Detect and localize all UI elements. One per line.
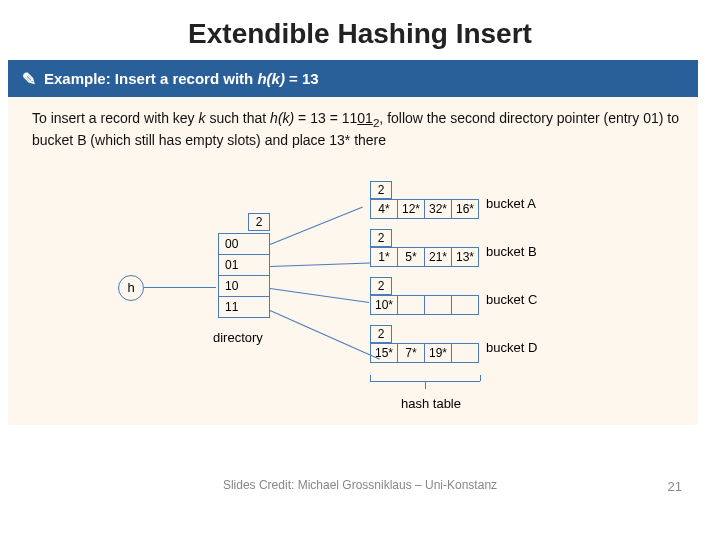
hash-table-label: hash table (401, 395, 461, 413)
bucket-c-label: bucket C (486, 293, 546, 307)
dir-entry-10: 10 (218, 275, 270, 297)
slide-credit: Slides Credit: Michael Grossniklaus – Un… (0, 478, 720, 492)
arrow-icon (270, 207, 363, 245)
bucket-a-label: bucket A (486, 197, 546, 211)
arrow-icon (270, 263, 370, 267)
bucket-c: 10* (370, 295, 478, 315)
directory-label: directory (213, 329, 263, 347)
cell: 4* (370, 199, 398, 219)
slide-title: Extendible Hashing Insert (0, 0, 720, 60)
bucket-c-ld: 2 (370, 277, 392, 294)
brace-tick (370, 375, 371, 381)
band-text: Example: Insert a record with h(k) = 13 (44, 70, 319, 87)
ld-c: 2 (370, 277, 392, 295)
cell: 7* (397, 343, 425, 363)
pencil-icon: ✎ (22, 69, 36, 90)
cell: 12* (397, 199, 425, 219)
cell: 21* (424, 247, 452, 267)
ld-a: 2 (370, 181, 392, 199)
arrow-icon (270, 310, 380, 360)
ld-b: 2 (370, 229, 392, 247)
page-number: 21 (668, 479, 682, 494)
cell (451, 343, 479, 363)
bucket-b-ld: 2 (370, 229, 392, 246)
bt1: To insert a record with key (32, 110, 199, 126)
ld-d: 2 (370, 325, 392, 343)
bucket-b: 1* 5* 21* 13* (370, 247, 478, 267)
slide-body: To insert a record with key k such that … (8, 97, 698, 425)
dir-entry-11: 11 (218, 296, 270, 318)
bucket-d-ld: 2 (370, 325, 392, 342)
global-depth: 2 (248, 213, 270, 231)
arrow-icon (270, 288, 369, 303)
cell: 15* (370, 343, 398, 363)
cell: 1* (370, 247, 398, 267)
hash-node: h (118, 275, 144, 301)
bt2: such that (206, 110, 271, 126)
bt3: = 13 = 11 (294, 110, 357, 126)
cell: 10* (370, 295, 398, 315)
directory: 00 01 10 11 (218, 233, 270, 317)
h-to-dir-line (144, 287, 216, 288)
body-text: To insert a record with key k such that … (32, 109, 682, 149)
diagram: h 2 00 01 10 11 directory 2 4* 12* 32* 1… (118, 181, 638, 411)
cell: 19* (424, 343, 452, 363)
bucket-a-ld: 2 (370, 181, 392, 198)
bt-hk: h(k) (270, 110, 294, 126)
bt-k: k (199, 110, 206, 126)
bucket-a: 4* 12* 32* 16* (370, 199, 478, 219)
bucket-b-label: bucket B (486, 245, 546, 259)
bucket-d: 15* 7* 19* (370, 343, 478, 363)
cell: 5* (397, 247, 425, 267)
cell (424, 295, 452, 315)
dir-entry-00: 00 (218, 233, 270, 255)
dir-entry-01: 01 (218, 254, 270, 276)
cell: 32* (424, 199, 452, 219)
bucket-d-label: bucket D (486, 341, 546, 355)
cell: 13* (451, 247, 479, 267)
bt-under: 01 (357, 110, 373, 126)
brace-tick (425, 381, 426, 389)
band-hk: h(k) (257, 70, 285, 87)
band-prefix: Example: Insert a record with (44, 70, 257, 87)
brace-tick (480, 375, 481, 381)
example-band: ✎ Example: Insert a record with h(k) = 1… (8, 60, 698, 97)
cell: 16* (451, 199, 479, 219)
cell (451, 295, 479, 315)
band-rest: = 13 (285, 70, 319, 87)
cell (397, 295, 425, 315)
